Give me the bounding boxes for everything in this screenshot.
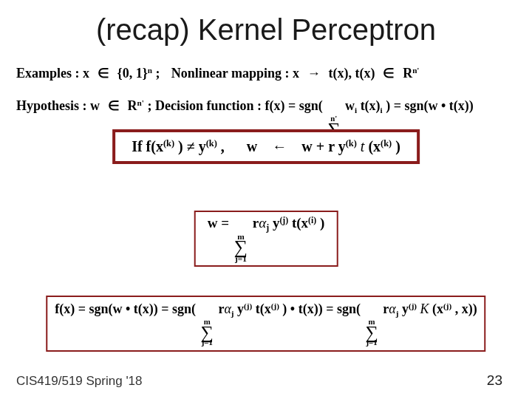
sup: (j)	[409, 301, 417, 310]
text: Hypothesis : w	[16, 98, 100, 113]
text: , x))	[455, 301, 477, 316]
text: If f(x	[132, 138, 163, 154]
slide-title: (recap) Kernel Perceptron	[0, 0, 532, 47]
text: {0, 1}	[117, 66, 148, 81]
text: = sgn(	[288, 98, 323, 113]
sup: (k)	[346, 138, 357, 149]
text: Examples : x	[16, 66, 89, 81]
text: R	[128, 98, 137, 113]
text: ;	[156, 66, 164, 81]
sup: (j)	[443, 301, 451, 310]
slide-number: 23	[487, 372, 502, 389]
alpha: α	[259, 215, 266, 231]
sup: (k)	[381, 138, 392, 149]
sum-lower: j=1	[201, 339, 214, 346]
text: r	[383, 301, 389, 316]
text: w =	[208, 215, 233, 231]
sub: j	[396, 309, 399, 318]
text: f(x) = sgn(w • t(x)) = sgn(	[55, 301, 196, 316]
sup: n	[148, 66, 152, 75]
text: R	[403, 66, 412, 81]
text: ,	[221, 138, 225, 154]
text: ;	[147, 98, 155, 113]
kernel-function-box: f(x) = sgn(w • t(x)) = sgn( m ∑ j=1 rαj …	[46, 296, 485, 352]
slide: (recap) Kernel Perceptron Examples : x ∈…	[0, 0, 532, 399]
sigma-icon: m ∑ j=1	[234, 233, 248, 262]
w-definition-box: w = m ∑ j=1 rαj y(j) t(x(i) )	[194, 211, 338, 267]
sup: n'	[137, 98, 144, 107]
text: t(x	[256, 301, 271, 316]
kernel-K: K	[420, 301, 429, 316]
text: Nonlinear mapping : x	[171, 66, 299, 81]
examples-line: Examples : x ∈ {0, 1}n ; Nonlinear mappi…	[16, 65, 419, 81]
text: t(x)	[361, 98, 381, 113]
sup: (k)	[163, 138, 174, 149]
sum-lower: j=1	[365, 339, 378, 346]
sup: (j)	[244, 301, 252, 310]
text: )	[395, 138, 400, 154]
text: w + r y	[301, 138, 345, 154]
sup: (j)	[279, 216, 288, 225]
text: • t(x)) = sgn(	[290, 301, 361, 316]
text: r	[218, 301, 224, 316]
update-rule-box: If f(x(k) ) ≠ y(k) , w ← w + r y(k) t (x…	[112, 129, 420, 164]
text: (x	[432, 301, 443, 316]
sup: n'	[412, 66, 419, 75]
text: y	[273, 215, 280, 231]
sigma-icon: m ∑ j=1	[201, 318, 214, 346]
text: r	[253, 215, 259, 231]
sum-lower: j=1	[234, 256, 248, 262]
text: Decision function : f(x)	[155, 98, 284, 113]
sigma-icon: m ∑ j=1	[365, 318, 378, 346]
footer-course: CIS419/519 Spring '18	[16, 374, 143, 389]
text: ) = sgn(w • t(x))	[386, 98, 474, 113]
text: y	[402, 301, 409, 316]
text: w	[345, 98, 355, 113]
sup: (j)	[271, 301, 279, 310]
text: )	[282, 301, 287, 316]
arrow-icon: ←	[268, 138, 290, 154]
sub: j	[266, 223, 269, 233]
text: ) ≠ y	[178, 138, 206, 154]
text: t(x), t(x)	[329, 66, 375, 81]
text: (x	[368, 138, 381, 154]
sup: (i)	[308, 216, 316, 225]
text: )	[320, 215, 324, 231]
alpha: α	[224, 301, 231, 316]
sup: (k)	[206, 138, 217, 149]
text: w	[247, 138, 257, 154]
sub: j	[231, 309, 234, 318]
text: t(x	[292, 215, 308, 231]
text: t	[361, 138, 365, 154]
text: y	[237, 301, 244, 316]
